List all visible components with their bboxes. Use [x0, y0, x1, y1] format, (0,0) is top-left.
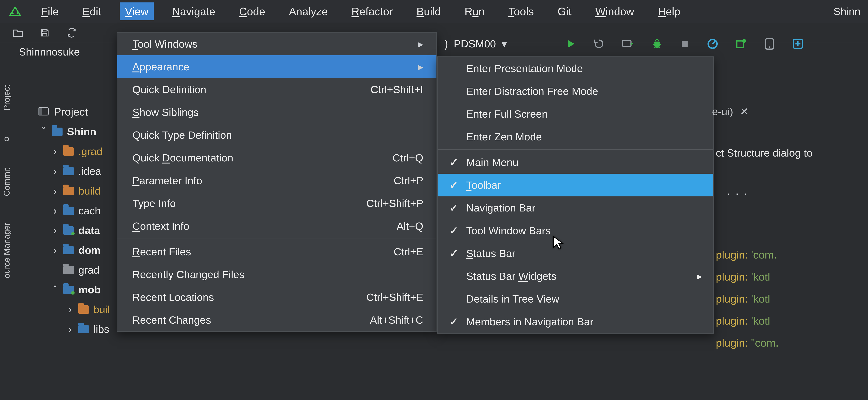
view-menu-item-recent-locations[interactable]: Recent LocationsCtrl+Shift+E — [117, 286, 436, 308]
view-menu-item-quick-documentation[interactable]: Quick DocumentationCtrl+Q — [117, 146, 436, 169]
svg-point-0 — [12, 12, 14, 14]
tool-window-button-project[interactable]: Project — [2, 85, 11, 110]
tree-label: Shinn — [67, 126, 96, 138]
appearance-item-enter-zen-mode[interactable]: Enter Zen Mode — [438, 125, 713, 148]
breadcrumb-root[interactable]: Shinnnosuke — [19, 46, 80, 58]
tree-row[interactable]: ›.grad — [40, 145, 119, 158]
view-menu-item-show-siblings[interactable]: Show Siblings — [117, 101, 436, 124]
rerun-icon[interactable] — [593, 38, 604, 49]
view-menu-item-recent-files[interactable]: Recent FilesCtrl+E — [117, 240, 436, 263]
view-menu-item-recent-changes[interactable]: Recent ChangesAlt+Shift+C — [117, 308, 436, 331]
appearance-item-members-in-navigation-bar[interactable]: ✓Members in Navigation Bar — [438, 310, 713, 333]
view-menu-item-quick-type-definition[interactable]: Quick Type Definition — [117, 124, 436, 146]
close-icon[interactable]: ✕ — [740, 105, 749, 118]
svg-rect-2 — [623, 40, 631, 46]
editor-tab[interactable]: e-ui) ✕ — [712, 105, 749, 118]
tree-chevron-icon[interactable]: › — [51, 145, 59, 158]
tree-chevron-icon[interactable]: › — [51, 244, 59, 256]
tree-row[interactable]: ›cach — [40, 204, 119, 217]
tree-chevron-icon[interactable]: ˅ — [40, 126, 48, 138]
project-tool-window: Project ˅Shinn›.grad›.idea›build›cach›da… — [13, 103, 119, 335]
appearance-item-enter-presentation-mode[interactable]: Enter Presentation Mode — [438, 57, 713, 80]
app-inspection-icon[interactable] — [735, 38, 747, 50]
menu-run[interactable]: Run — [459, 2, 490, 20]
more-actions-icon[interactable]: ... — [727, 185, 752, 197]
appearance-item-status-bar[interactable]: ✓Status Bar — [438, 242, 713, 265]
tool-window-button-resource-manager[interactable]: ource Manager — [2, 223, 11, 278]
svg-point-9 — [769, 46, 770, 48]
checkmark-icon: ✓ — [449, 202, 459, 214]
run-configuration-chip[interactable]: ) PDSM00 ▾ — [444, 38, 507, 50]
sync-icon[interactable] — [65, 26, 79, 39]
tree-row[interactable]: ›build — [40, 185, 119, 197]
view-menu-item-type-info[interactable]: Type InfoCtrl+Shift+P — [117, 192, 436, 215]
appearance-item-enter-full-screen[interactable]: Enter Full Screen — [438, 103, 713, 125]
view-menu-item-parameter-info[interactable]: Parameter InfoCtrl+P — [117, 169, 436, 192]
folder-icon — [63, 207, 74, 215]
view-menu-item-context-info[interactable]: Context InfoAlt+Q — [117, 215, 436, 237]
debug-bug-icon[interactable] — [651, 38, 663, 49]
tree-chevron-icon[interactable]: › — [51, 224, 59, 236]
tree-row[interactable]: ˅mob — [40, 284, 119, 296]
run-triangle-icon[interactable] — [565, 38, 577, 49]
folder-open-icon[interactable] — [11, 26, 25, 39]
appearance-item-details-in-tree-view[interactable]: Details in Tree View — [438, 288, 713, 310]
view-menu-dropdown: Tool Windows▸Appearance▸Quick Definition… — [117, 32, 437, 332]
tree-row[interactable]: grad — [40, 264, 119, 276]
tree-chevron-icon[interactable]: › — [51, 165, 59, 177]
appearance-item-main-menu[interactable]: ✓Main Menu — [438, 151, 713, 174]
menu-file[interactable]: File — [36, 2, 64, 20]
tree-chevron-icon[interactable]: › — [66, 323, 74, 335]
project-panel-header[interactable]: Project — [13, 103, 119, 126]
code-line: plugin: 'kotl — [716, 270, 778, 283]
view-menu-item-appearance[interactable]: Appearance▸ — [117, 55, 436, 78]
appearance-item-status-bar-widgets[interactable]: Status Bar Widgets▸ — [438, 265, 713, 288]
code-line: plugin: 'com. — [716, 248, 778, 261]
chevron-down-icon: ▾ — [502, 38, 507, 50]
menu-help[interactable]: Help — [652, 2, 685, 20]
menu-window[interactable]: Window — [590, 2, 639, 20]
menu-code[interactable]: Code — [234, 2, 271, 20]
menu-separator — [438, 149, 713, 150]
sdk-manager-icon[interactable] — [792, 38, 804, 50]
menu-build[interactable]: Build — [411, 2, 446, 20]
view-menu-item-recently-changed-files[interactable]: Recently Changed Files — [117, 263, 436, 286]
save-icon[interactable] — [38, 26, 52, 39]
checkmark-icon: ✓ — [449, 179, 459, 191]
submenu-arrow-icon: ▸ — [697, 270, 702, 282]
appearance-item-navigation-bar[interactable]: ✓Navigation Bar — [438, 196, 713, 219]
tree-row[interactable]: ›libs — [40, 323, 119, 335]
tree-row[interactable]: ›dom — [40, 244, 119, 256]
appearance-item-tool-window-bars[interactable]: ✓Tool Window Bars — [438, 219, 713, 242]
profiler-icon[interactable] — [707, 38, 718, 50]
menu-edit[interactable]: Edit — [77, 2, 106, 20]
tree-row[interactable]: ›.idea — [40, 165, 119, 177]
svg-rect-12 — [38, 108, 42, 115]
tool-window-button-commit[interactable]: Commit — [2, 168, 11, 196]
avd-manager-icon[interactable] — [764, 38, 775, 50]
tree-row[interactable]: ›buil — [40, 303, 119, 315]
menu-refactor[interactable]: Refactor — [346, 2, 398, 20]
view-menu-item-tool-windows[interactable]: Tool Windows▸ — [117, 33, 436, 55]
menu-view[interactable]: View — [120, 2, 154, 20]
menu-analyze[interactable]: Analyze — [284, 2, 333, 20]
tree-chevron-icon[interactable]: ˅ — [51, 284, 59, 296]
menu-navigate[interactable]: Navigate — [167, 2, 221, 20]
view-menu-item-quick-definition[interactable]: Quick DefinitionCtrl+Shift+I — [117, 78, 436, 101]
appearance-item-toolbar[interactable]: ✓Toolbar — [438, 174, 713, 196]
tree-chevron-icon[interactable]: › — [51, 204, 59, 217]
tree-row[interactable]: ›data — [40, 224, 119, 236]
checkmark-icon: ✓ — [449, 315, 459, 328]
project-tree[interactable]: ˅Shinn›.grad›.idea›build›cach›data›domgr… — [13, 126, 119, 335]
tree-row[interactable]: ˅Shinn — [40, 126, 119, 138]
folder-icon — [63, 167, 74, 175]
attach-debugger-icon[interactable] — [622, 39, 634, 49]
commit-gutter-icon — [4, 136, 10, 142]
stop-icon[interactable] — [680, 39, 690, 49]
menu-git[interactable]: Git — [552, 2, 577, 20]
tree-chevron-icon[interactable]: › — [51, 185, 59, 197]
appearance-item-enter-distraction-free-mode[interactable]: Enter Distraction Free Mode — [438, 80, 713, 103]
menu-tools[interactable]: Tools — [503, 2, 539, 20]
svg-rect-4 — [682, 41, 688, 47]
tree-chevron-icon[interactable]: › — [66, 303, 74, 315]
